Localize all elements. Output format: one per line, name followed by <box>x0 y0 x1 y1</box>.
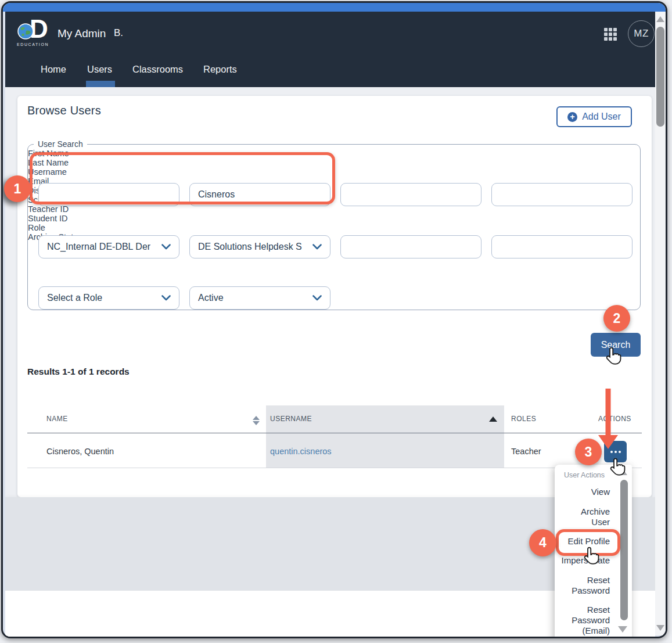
scrollbar-thumb[interactable] <box>656 27 664 127</box>
user-search-fieldset: User Search First Name Last Name Usernam… <box>27 139 641 310</box>
scroll-up-arrow[interactable] <box>656 16 664 22</box>
app-header: D EDUCATION My Admin B. <box>5 11 655 87</box>
avatar-initials: MZ <box>634 28 649 39</box>
district-value: NC_Internal DE-DBL Der <box>47 242 150 252</box>
archive-status-value: Active <box>198 293 224 303</box>
user-actions-menu: User Actions View Archive User Edit Prof… <box>555 465 632 638</box>
student-id-label: Student ID <box>28 214 640 223</box>
app-window: D EDUCATION My Admin B. <box>1 1 667 638</box>
logo-education-label: EDUCATION <box>17 42 54 46</box>
row-actions-button[interactable] <box>604 441 627 462</box>
school-value: DE Solutions Helpdesk S <box>198 242 302 252</box>
cell-roles: Teacher <box>511 447 541 456</box>
page: D EDUCATION My Admin B. <box>5 5 655 638</box>
page-title: Browse Users <box>27 104 101 117</box>
cell-name: Cisneros, Quentin <box>46 447 114 456</box>
menu-item-reset-password[interactable]: Reset Password <box>568 575 610 596</box>
username-label: Username <box>28 167 640 177</box>
menu-item-archive-user[interactable]: Archive User <box>574 507 610 527</box>
column-header-roles: ROLES <box>511 415 536 423</box>
student-id-input[interactable] <box>491 235 633 258</box>
last-name-label: Last Name <box>28 158 640 167</box>
menu-header: User Actions <box>558 471 610 479</box>
sort-both-icon[interactable] <box>253 416 260 425</box>
username-input[interactable] <box>340 183 481 206</box>
tab-reports[interactable]: Reports <box>203 64 237 75</box>
plus-icon: + <box>567 112 577 122</box>
school-select[interactable]: DE Solutions Helpdesk S <box>189 235 330 258</box>
chevron-down-icon <box>161 295 171 301</box>
archive-status-select[interactable]: Active <box>189 286 330 310</box>
role-label: Role <box>28 223 640 232</box>
active-tab-indicator <box>86 81 115 87</box>
tab-classrooms[interactable]: Classrooms <box>132 64 183 75</box>
menu-scroll-up-arrow[interactable] <box>618 469 627 475</box>
avatar[interactable]: MZ <box>628 20 655 47</box>
user-search-legend: User Search <box>34 139 87 149</box>
menu-scroll-down-arrow[interactable] <box>618 626 627 633</box>
globe-icon <box>17 23 34 40</box>
menu-item-edit-profile[interactable]: Edit Profile <box>567 536 610 547</box>
role-select[interactable]: Select a Role <box>38 286 179 310</box>
apps-grid-icon[interactable] <box>603 27 617 41</box>
menu-item-reset-password-email[interactable]: Reset Password (Email) <box>565 605 610 636</box>
cell-username-link[interactable]: quentin.cisneros <box>270 447 332 456</box>
ellipsis-icon <box>610 451 613 453</box>
scroll-down-arrow[interactable] <box>656 625 664 631</box>
table-header-divider <box>27 433 642 433</box>
sort-ascending-icon <box>489 416 497 422</box>
browser-accent-bar <box>3 3 666 12</box>
email-input[interactable] <box>491 183 633 206</box>
tab-home[interactable]: Home <box>41 64 66 75</box>
column-header-username[interactable]: USERNAME <box>270 415 312 423</box>
chevron-down-icon <box>312 295 322 301</box>
first-name-input[interactable] <box>38 183 179 206</box>
menu-scrollbar-thumb[interactable] <box>620 480 628 620</box>
window-scrollbar[interactable] <box>655 12 666 635</box>
product-title: My Admin <box>58 27 106 40</box>
browse-users-card: Browse Users + Add User User Search Firs… <box>17 96 652 497</box>
menu-item-impersonate[interactable]: Impersonate <box>562 555 610 566</box>
menu-item-view[interactable]: View <box>591 487 610 497</box>
first-name-label: First Name <box>28 149 640 158</box>
district-select[interactable]: NC_Internal DE-DBL Der <box>38 235 179 258</box>
header-context: B. <box>114 27 123 39</box>
chevron-down-icon <box>312 244 322 250</box>
chevron-down-icon <box>161 244 171 250</box>
column-header-name[interactable]: NAME <box>46 415 68 423</box>
add-user-label: Add User <box>582 112 621 122</box>
teacher-id-input[interactable] <box>340 235 481 258</box>
table-row-divider <box>27 468 642 468</box>
results-summary: Results 1-1 of 1 records <box>27 367 130 377</box>
column-header-actions: ACTIONS <box>598 415 631 423</box>
last-name-input[interactable] <box>189 183 330 206</box>
search-button[interactable]: Search <box>591 333 641 357</box>
discovery-education-logo: D EDUCATION <box>17 19 55 49</box>
role-value: Select a Role <box>47 293 102 303</box>
add-user-button[interactable]: + Add User <box>556 106 632 127</box>
tab-users[interactable]: Users <box>87 64 112 75</box>
